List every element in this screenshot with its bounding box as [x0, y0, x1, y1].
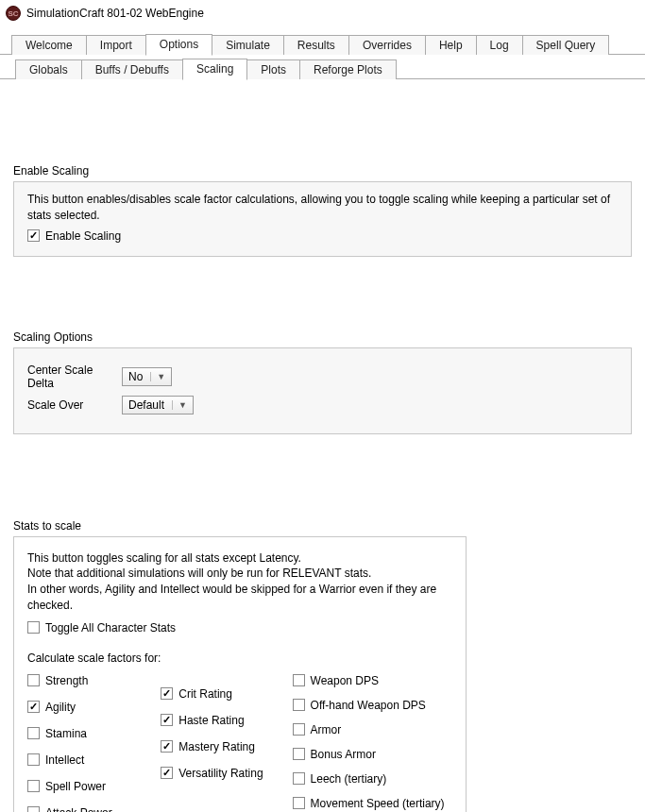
stat-label: Leech (tertiary) — [311, 772, 387, 786]
scale-over-value: Default — [128, 398, 164, 412]
toggle-all-stats-label: Toggle All Character Stats — [45, 621, 176, 634]
stat-label: Crit Rating — [178, 687, 232, 701]
stats-to-scale-group: This button toggles scaling for all stat… — [13, 536, 467, 812]
main-tab-welcome[interactable]: Welcome — [11, 35, 87, 55]
stat-label: Spell Power — [45, 780, 106, 793]
center-scale-delta-value: No — [128, 370, 143, 383]
stat-item-spell-power: Spell Power — [27, 780, 161, 793]
chevron-down-icon: ▼ — [172, 400, 187, 410]
stat-label: Movement Speed (tertiary) — [311, 797, 445, 810]
enable-scaling-checkbox-label: Enable Scaling — [45, 229, 121, 243]
main-tab-import[interactable]: Import — [86, 35, 146, 55]
stat-checkbox-off-hand-weapon-dps[interactable] — [293, 699, 305, 711]
stat-label: Haste Rating — [178, 714, 244, 727]
calculate-scale-factors-label: Calculate scale factors for: — [27, 651, 452, 665]
stat-item-stamina: Stamina — [27, 727, 161, 740]
scaling-options-title: Scaling Options — [13, 330, 632, 344]
stat-label: Versatility Rating — [178, 767, 263, 780]
stat-item-bonus-armor: Bonus Armor — [293, 748, 452, 761]
stat-label: Intellect — [45, 753, 84, 767]
main-tab-overrides[interactable]: Overrides — [348, 35, 426, 55]
stat-checkbox-spell-power[interactable] — [27, 780, 40, 792]
main-tab-simulate[interactable]: Simulate — [212, 35, 284, 55]
center-scale-delta-select[interactable]: No ▼ — [122, 367, 172, 386]
app-icon: SC — [6, 6, 21, 21]
stat-checkbox-bonus-armor[interactable] — [293, 748, 305, 760]
stat-label: Armor — [311, 723, 342, 736]
scaling-options-group: Center Scale Delta No ▼ Scale Over Defau… — [13, 347, 632, 434]
stat-label: Mastery Rating — [178, 740, 255, 753]
stat-item-mastery-rating: Mastery Rating — [161, 740, 292, 753]
stats-column-3: Weapon DPSOff-hand Weapon DPSArmorBonus … — [293, 674, 452, 812]
stat-item-haste-rating: Haste Rating — [161, 714, 292, 727]
stat-item-attack-power: Attack Power — [27, 806, 161, 812]
main-tab-options[interactable]: Options — [145, 34, 212, 56]
stat-checkbox-armor[interactable] — [293, 723, 305, 736]
stat-item-armor: Armor — [293, 723, 452, 736]
main-tab-results[interactable]: Results — [283, 35, 349, 55]
enable-scaling-checkbox[interactable] — [27, 229, 40, 242]
stat-item-weapon-dps: Weapon DPS — [293, 674, 452, 687]
stat-checkbox-haste-rating[interactable] — [161, 714, 173, 726]
stat-label: Weapon DPS — [311, 674, 380, 687]
sub-tab-reforge-plots[interactable]: Reforge Plots — [299, 59, 397, 79]
stat-item-off-hand-weapon-dps: Off-hand Weapon DPS — [293, 699, 452, 712]
stat-checkbox-intellect[interactable] — [27, 753, 40, 766]
sub-tab-bar: GlobalsBuffs / DebuffsScalingPlotsReforg… — [0, 59, 645, 79]
stat-label: Off-hand Weapon DPS — [311, 699, 426, 712]
sub-tab-buffs-debuffs[interactable]: Buffs / Debuffs — [81, 59, 183, 79]
stat-item-crit-rating: Crit Rating — [161, 687, 292, 701]
stat-item-agility: Agility — [27, 701, 161, 714]
stat-label: Stamina — [45, 727, 87, 740]
stat-checkbox-crit-rating[interactable] — [161, 687, 173, 700]
window-title-bar: SC SimulationCraft 801-02 WebEngine — [0, 0, 645, 26]
stat-item-leech-tertiary-: Leech (tertiary) — [293, 772, 452, 786]
stat-checkbox-attack-power[interactable] — [27, 806, 40, 812]
stat-item-intellect: Intellect — [27, 753, 161, 767]
window-title: SimulationCraft 801-02 WebEngine — [26, 7, 204, 20]
enable-scaling-title: Enable Scaling — [13, 164, 632, 178]
stat-label: Strength — [45, 674, 88, 687]
enable-scaling-group: This button enables/disables scale facto… — [13, 181, 632, 257]
enable-scaling-desc: This button enables/disables scale facto… — [27, 192, 618, 224]
stat-item-versatility-rating: Versatility Rating — [161, 767, 292, 780]
stat-checkbox-weapon-dps[interactable] — [293, 674, 305, 686]
main-tab-spell-query[interactable]: Spell Query — [522, 35, 610, 55]
stat-checkbox-stamina[interactable] — [27, 727, 40, 739]
main-tab-log[interactable]: Log — [476, 35, 523, 55]
main-tab-bar: WelcomeImportOptionsSimulateResultsOverr… — [0, 34, 645, 55]
stat-item-strength: Strength — [27, 674, 161, 687]
main-tab-help[interactable]: Help — [425, 35, 477, 55]
stats-to-scale-title: Stats to scale — [13, 519, 632, 533]
stat-checkbox-strength[interactable] — [27, 674, 40, 686]
stat-checkbox-leech-tertiary-[interactable] — [293, 772, 305, 785]
stat-checkbox-versatility-rating[interactable] — [161, 767, 173, 779]
stat-label: Agility — [45, 701, 76, 714]
scale-over-select[interactable]: Default ▼ — [122, 396, 194, 414]
page-content: Enable Scaling This button enables/disab… — [0, 164, 645, 812]
toggle-all-stats-checkbox[interactable] — [27, 621, 40, 634]
stats-column-2: Crit RatingHaste RatingMastery RatingVer… — [161, 674, 292, 780]
sub-tab-globals[interactable]: Globals — [15, 59, 82, 79]
stat-label: Bonus Armor — [311, 748, 376, 761]
stat-checkbox-mastery-rating[interactable] — [161, 740, 173, 753]
scale-over-label: Scale Over — [27, 398, 122, 412]
stat-checkbox-agility[interactable] — [27, 701, 40, 713]
chevron-down-icon: ▼ — [150, 372, 165, 381]
center-scale-delta-label: Center Scale Delta — [27, 364, 122, 390]
stat-checkbox-movement-speed-tertiary-[interactable] — [293, 797, 305, 809]
stat-item-movement-speed-tertiary-: Movement Speed (tertiary) — [293, 797, 452, 810]
stats-column-1: StrengthAgilityStaminaIntellectSpell Pow… — [27, 674, 161, 812]
stat-label: Attack Power — [45, 806, 112, 812]
sub-tab-scaling[interactable]: Scaling — [182, 59, 247, 80]
stats-desc: This button toggles scaling for all stat… — [27, 550, 452, 614]
sub-tab-plots[interactable]: Plots — [246, 59, 300, 79]
